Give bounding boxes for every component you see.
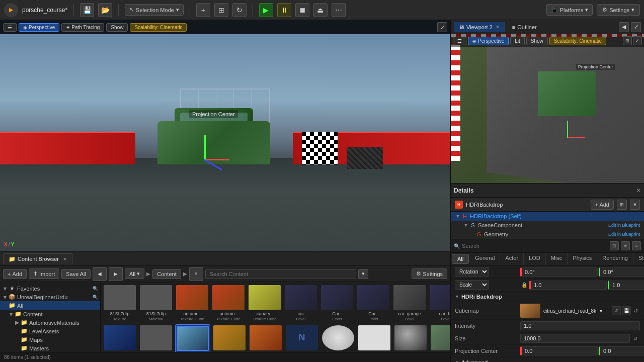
intensity-input[interactable]	[520, 321, 640, 330]
add-component-button[interactable]: + Add	[591, 200, 614, 210]
list-item[interactable]: ho... Level	[249, 324, 283, 352]
tab-general[interactable]: General	[470, 253, 500, 265]
settings-button[interactable]: ⚙ Settings ▾	[597, 4, 640, 16]
play-button[interactable]: ▶	[259, 3, 273, 17]
search-dropdown-button[interactable]: ▾	[358, 269, 368, 279]
path-tracing-button[interactable]: ✦ Path Tracing	[61, 23, 104, 32]
show-button[interactable]: Show	[106, 23, 128, 32]
edit-blueprint-geom[interactable]: Edit in Blueprint	[608, 232, 640, 237]
all-folder[interactable]: 📁 All	[0, 301, 100, 310]
platforms-button[interactable]: 📱 Platforms ▾	[546, 4, 593, 16]
search-grid-button[interactable]: ⊞	[610, 241, 619, 250]
viewport2-scene[interactable]: ☰ ◈ Perspective Lit Show Scalability: Ci…	[451, 34, 644, 183]
pause-button[interactable]: ⏸	[277, 3, 291, 17]
tab-actor[interactable]: Actor	[500, 253, 524, 265]
list-item[interactable]	[357, 324, 391, 352]
add-content-button[interactable]: + Add	[3, 269, 27, 279]
list-item[interactable]: golden_ Texture Cube	[212, 324, 247, 352]
list-item[interactable]: canary_ Texture Cube	[248, 284, 282, 322]
rotate-snap-button[interactable]: ↻	[232, 3, 247, 17]
list-item[interactable]: N NAFAY3D	[285, 324, 319, 352]
content-folder[interactable]: ▼ 📁 Content	[0, 310, 100, 318]
component-collapse-button[interactable]: ▼	[630, 200, 640, 210]
tree-item-geometry[interactable]: G Geometry Edit in Blueprint	[451, 230, 644, 239]
save-all-button[interactable]: Save All	[61, 269, 91, 279]
favorites-search-icon[interactable]: 🔍	[93, 286, 98, 291]
project-section[interactable]: ▼ 📦 UnrealBeginnerUrdu 🔍	[0, 293, 100, 301]
list-item[interactable]: 81SL7dtp Material	[139, 284, 173, 322]
content-browser-close[interactable]: ✕	[63, 256, 67, 262]
levelassets-folder[interactable]: 📁 LevelAssets	[0, 327, 100, 335]
rotation-y-input[interactable]	[599, 267, 644, 277]
list-item[interactable]: car Level	[284, 284, 318, 322]
viewport2-close[interactable]: ✕	[496, 24, 500, 30]
rotation-type-select[interactable]: Rotation Location Scale	[455, 267, 489, 277]
vp2-maximize-view-button[interactable]: ⤢	[633, 36, 642, 45]
tree-item-scene[interactable]: ▼ S SceneComponent Edit in Blueprint	[451, 221, 644, 230]
list-item[interactable]: car_garage Level	[392, 284, 427, 322]
tree-item-self[interactable]: ▼ H HDRIBackdrop (Self)	[451, 212, 644, 221]
hdri-section-header[interactable]: ▼ HDRi Backdrop	[451, 292, 644, 302]
size-input[interactable]	[520, 334, 630, 343]
edit-blueprint-scene[interactable]: Edit in Blueprint	[608, 223, 640, 228]
list-item[interactable]: autumn_ Texture Cube	[211, 284, 246, 322]
search-star-button[interactable]: ★	[621, 241, 630, 250]
details-close[interactable]: ✕	[636, 187, 641, 194]
maps-folder[interactable]: 📁 Maps	[0, 335, 100, 344]
list-item[interactable]: Car_ Level	[356, 284, 390, 322]
details-search-input[interactable]	[462, 243, 608, 249]
perspective-button[interactable]: ◈ Perspective	[19, 23, 59, 32]
viewport2-tab[interactable]: 🖥 Viewport 2 ✕	[454, 22, 505, 32]
project-search-icon[interactable]: 🔍	[93, 295, 98, 300]
scale-type-select[interactable]: Scale Rotation	[455, 280, 489, 290]
masters-folder[interactable]: 📁 Masters	[0, 344, 100, 352]
save-button[interactable]: 💾	[80, 3, 94, 17]
automotive-folder[interactable]: ▶ 📁 AutomotiveMaterials	[0, 318, 100, 327]
selection-mode-button[interactable]: ↖ Selection Mode ▾	[125, 4, 184, 16]
main-viewport[interactable]: ☰ ◈ Perspective ✦ Path Tracing Show Scal…	[0, 20, 450, 251]
add-actor-button[interactable]: +	[196, 3, 210, 17]
list-item[interactable]: car_hil Level	[103, 324, 137, 352]
tab-all[interactable]: All	[452, 254, 469, 264]
vp2-menu-button[interactable]: ☰	[453, 37, 466, 45]
open-button[interactable]: 📂	[98, 3, 112, 17]
filter-button[interactable]: ≡	[189, 267, 203, 281]
cubemap-save-button[interactable]: 💾	[622, 306, 631, 315]
tab-physics[interactable]: Physics	[568, 253, 597, 265]
vp2-scalability-button[interactable]: Scalability: Cinematic	[549, 37, 606, 45]
cubemap-reset-button[interactable]: ↺	[631, 308, 640, 314]
list-item[interactable]: citrus_ Texture Cube	[175, 324, 210, 352]
component-options-button[interactable]: ⊞	[617, 200, 627, 210]
vp2-layout-button[interactable]: ⊞	[623, 36, 632, 45]
rotation-x-input[interactable]	[520, 267, 598, 277]
content-search-input[interactable]	[205, 269, 356, 279]
list-item[interactable]: mustang_ Level	[430, 324, 450, 352]
list-item[interactable]	[321, 324, 355, 352]
more-options-button[interactable]: ⋯	[332, 3, 346, 17]
content-browser-tab[interactable]: 📁 Content Browser ✕	[3, 253, 72, 264]
scalability-button[interactable]: Scalability: Cinematic	[130, 23, 187, 32]
vp2-lit-button[interactable]: Lit	[510, 37, 525, 45]
list-item[interactable]: autumn_ Texture Cube	[175, 284, 209, 322]
cb-settings-button[interactable]: ⚙ Settings	[412, 268, 447, 279]
all-filter-button[interactable]: All ▾	[125, 268, 144, 279]
tab-lod[interactable]: LOD	[524, 253, 546, 265]
scale-y-input[interactable]	[608, 281, 644, 290]
list-item[interactable]: car_hil Level	[429, 284, 450, 322]
vp2-minimize-button[interactable]: ◀	[619, 22, 629, 32]
list-item[interactable]: Car_ Level	[320, 284, 354, 322]
scale-x-input[interactable]	[529, 281, 607, 290]
import-button[interactable]: ⬆ Import	[29, 268, 59, 279]
history-back-button[interactable]: ◀	[93, 267, 107, 281]
list-item[interactable]: 81SL7dtp Texture	[103, 284, 137, 322]
advanced-section-header[interactable]: ▼ Advanced	[451, 357, 644, 362]
size-reset-button[interactable]: ↺	[631, 334, 640, 343]
viewport-menu-button[interactable]: ☰	[3, 23, 17, 32]
favorites-section[interactable]: ▼ ★ Favorites 🔍	[0, 284, 100, 293]
tab-streaming[interactable]: Streaming	[633, 253, 644, 265]
proj-x-input[interactable]	[520, 346, 598, 355]
tab-rendering[interactable]: Rendering	[597, 253, 633, 265]
scale-lock-button[interactable]: 🔒	[520, 281, 528, 289]
cubemap-browse-button[interactable]: ↺	[612, 306, 621, 315]
maximize-button[interactable]: ⤢	[437, 22, 447, 32]
